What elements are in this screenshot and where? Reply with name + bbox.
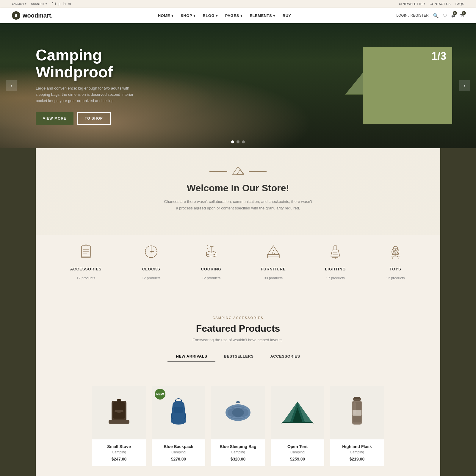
cooking-svg <box>204 244 219 259</box>
deco-line-left <box>209 171 227 172</box>
featured-subtitle: CAMPING ACCESSORIES <box>54 316 422 320</box>
product-name-blue-backpack: Blue Backpack <box>155 444 202 449</box>
hero-section: ‹ Camping Windproof Large and convenienc… <box>0 23 476 148</box>
product-card-sleeping-bag[interactable]: Blue Sleeping Bag Camping $320.00 <box>211 386 265 466</box>
facebook-link[interactable]: f <box>52 2 53 6</box>
svg-line-59 <box>312 422 314 423</box>
product-card-small-stove[interactable]: Small Stove Camping $247.00 <box>92 386 146 466</box>
product-card-open-tent[interactable]: Open Tent Camping $259.00 <box>271 386 324 466</box>
welcome-title: Welcome In Our Store! <box>60 183 416 194</box>
hero-dot-1[interactable] <box>231 140 234 143</box>
cooking-name: COOKING <box>201 267 221 271</box>
search-icon[interactable]: 🔍 <box>433 13 439 18</box>
country-chevron: ▾ <box>46 2 47 5</box>
language-chevron: ▾ <box>25 2 26 5</box>
cart-icon[interactable]: 🛍 0 <box>459 13 464 18</box>
featured-title: Featured Products <box>54 323 422 334</box>
tent-small-svg <box>281 400 314 425</box>
compare-badge: 0 <box>453 11 457 15</box>
nav-blog[interactable]: BLOG ▾ <box>203 13 218 18</box>
product-card-blue-backpack[interactable]: NEW Blue Backpack Camping $270.00 <box>152 386 205 466</box>
mountain-svg <box>232 166 244 175</box>
furniture-icon <box>263 241 284 262</box>
login-register-link[interactable]: LOGIN / REGISTER <box>396 13 429 18</box>
tab-accessories[interactable]: ACCESSORIES <box>262 351 308 362</box>
compare-icon[interactable]: ⇄ 0 <box>451 13 455 18</box>
nav-buy[interactable]: BUY <box>283 13 291 18</box>
nav-pages[interactable]: PAGES ▾ <box>225 13 243 18</box>
product-category-highland-flask: Camping <box>334 450 380 454</box>
top-bar-left: ENGLISH ▾ COUNTRY ▾ f t p in ⊕ <box>12 2 71 6</box>
svg-marker-43 <box>394 252 396 255</box>
accessories-icon <box>76 241 96 262</box>
product-image-small-stove <box>92 386 146 439</box>
hero-dot-3[interactable] <box>242 140 245 143</box>
faqs-link[interactable]: FAQS <box>455 2 464 6</box>
flask-svg <box>347 396 367 429</box>
logo-icon <box>12 11 20 20</box>
linkedin-link[interactable]: in <box>63 2 65 6</box>
category-accessories[interactable]: ACCESSORIES 12 products <box>70 241 102 280</box>
wishlist-icon[interactable]: ♡ <box>443 13 447 18</box>
lighting-name: LIGHTING <box>325 267 346 271</box>
sleeping-bag-svg <box>223 401 253 425</box>
hero-title: Camping Windproof <box>36 47 303 81</box>
svg-marker-9 <box>237 170 244 174</box>
category-cooking[interactable]: COOKING 12 products <box>201 241 222 280</box>
stove-svg <box>106 398 132 428</box>
logo-svg <box>14 13 18 18</box>
product-name-small-stove: Small Stove <box>96 444 142 449</box>
social-links: f t p in ⊕ <box>52 2 71 6</box>
category-clocks[interactable]: CLOCKS 12 products <box>141 241 162 280</box>
nav-shop[interactable]: SHOP ▾ <box>181 13 195 18</box>
language-selector[interactable]: ENGLISH ▾ <box>12 2 26 5</box>
featured-description: Forswearing the use of wouldn't have hel… <box>54 338 422 342</box>
country-label: COUNTRY <box>31 2 44 5</box>
svg-rect-10 <box>82 246 90 256</box>
svg-rect-63 <box>354 397 360 399</box>
top-bar: ENGLISH ▾ COUNTRY ▾ f t p in ⊕ ✉ NEWSLET… <box>0 0 476 8</box>
product-image-sleeping-bag <box>211 386 265 439</box>
lighting-icon <box>325 241 346 262</box>
other-social-link[interactable]: ⊕ <box>68 2 71 6</box>
logo[interactable]: woodmart. <box>12 11 53 20</box>
hero-next-button[interactable]: › <box>459 80 470 91</box>
svg-point-23 <box>206 254 216 257</box>
view-more-button[interactable]: VIEW MORE <box>36 112 73 125</box>
hero-dot-2[interactable] <box>237 140 239 143</box>
cart-badge: 0 <box>462 11 466 15</box>
product-name-open-tent: Open Tent <box>274 444 321 449</box>
svg-line-58 <box>281 422 283 423</box>
country-selector[interactable]: COUNTRY ▾ <box>31 2 47 5</box>
contact-link[interactable]: CONTACT US <box>430 2 451 6</box>
pinterest-link[interactable]: p <box>59 2 61 6</box>
to-shop-button[interactable]: TO SHOP <box>77 112 111 125</box>
hero-prev-button[interactable]: ‹ <box>6 80 17 91</box>
product-badge-new: NEW <box>155 389 165 400</box>
accessories-svg <box>79 244 93 259</box>
product-card-highland-flask[interactable]: Highland Flask Camping $219.00 <box>330 386 384 466</box>
backpack-svg <box>167 398 190 428</box>
tab-bestsellers[interactable]: BESTSELLERS <box>215 351 262 362</box>
product-name-sleeping-bag: Blue Sleeping Bag <box>215 444 261 449</box>
hero-counter: 1/3 <box>431 50 446 62</box>
newsletter-link[interactable]: ✉ NEWSLETTER <box>399 2 425 6</box>
furniture-svg <box>266 244 281 259</box>
lighting-count: 17 products <box>326 276 345 280</box>
lighting-svg <box>328 244 343 259</box>
toys-icon <box>385 241 406 262</box>
product-info-small-stove: Small Stove Camping $247.00 <box>92 439 146 466</box>
svg-rect-49 <box>174 407 183 413</box>
product-info-open-tent: Open Tent Camping $259.00 <box>271 439 324 466</box>
svg-point-52 <box>232 408 244 417</box>
products-grid: Small Stove Camping $247.00 NEW Blue Bac… <box>36 386 440 476</box>
product-category-sleeping-bag: Camping <box>215 450 261 454</box>
category-toys[interactable]: TOYS 12 products <box>385 241 406 280</box>
category-furniture[interactable]: FURNITURE 33 products <box>261 241 286 280</box>
nav-elements[interactable]: ELEMENTS ▾ <box>250 13 275 18</box>
nav-icons: LOGIN / REGISTER 🔍 ♡ ⇄ 0 🛍 0 <box>396 13 464 18</box>
category-lighting[interactable]: LIGHTING 17 products <box>325 241 346 280</box>
twitter-link[interactable]: t <box>55 2 56 6</box>
tab-new-arrivals[interactable]: NEW ARRIVALS <box>167 351 215 362</box>
nav-home[interactable]: HOME ▾ <box>158 13 174 18</box>
